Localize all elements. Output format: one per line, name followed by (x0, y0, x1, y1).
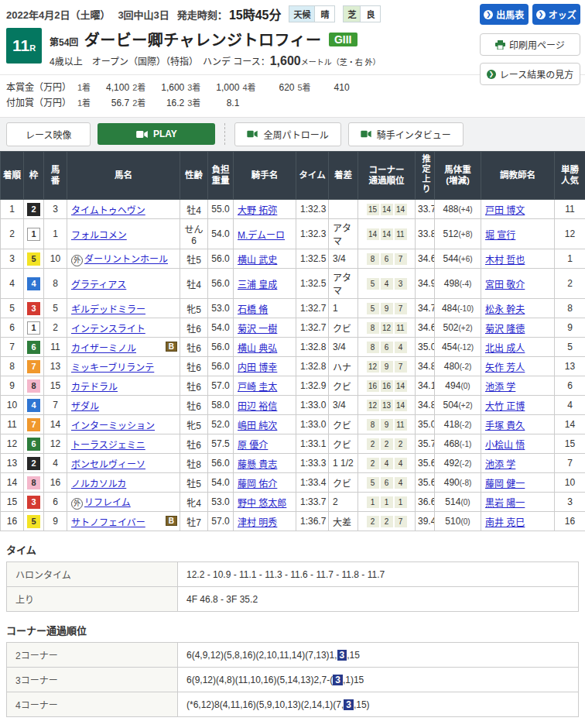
jockey-link[interactable]: 内田 博幸 (238, 362, 277, 373)
race-entries-button[interactable]: ❯ 出馬表 (480, 4, 529, 25)
track-condition-badge: 芝 良 (343, 5, 381, 22)
corner-row-value: 6(9,12)(4,8)(11,10,16)(5,14,13)2,7-(3,1)… (178, 668, 579, 692)
jockey-link[interactable]: 横山 典弘 (238, 343, 277, 354)
trainer-link[interactable]: 堀 宣行 (485, 230, 515, 241)
trainer-cell: 黒岩 陽一 (481, 493, 555, 512)
grade-badge: GIII (329, 33, 358, 46)
corner-position: 11 (395, 228, 407, 240)
finish-position: 4 (1, 269, 24, 299)
trainer-link[interactable]: 黒岩 陽一 (485, 498, 525, 509)
prize-main-items: 1着4,1002着1,6003着1,0004着6205着410 (77, 80, 353, 95)
horse-link[interactable]: ボンセルヴィーソ (71, 459, 145, 470)
horse-link[interactable]: ザダル (71, 401, 99, 412)
last3f-time: 34.9 (416, 269, 435, 299)
trainer-cell: 北出 成人 (481, 338, 555, 357)
prize-rank: 3着 (187, 81, 200, 95)
horse-link[interactable]: インターミッション (71, 421, 155, 431)
jockey-link[interactable]: 三浦 皇成 (238, 280, 277, 290)
jockey-link[interactable]: 田辺 裕信 (238, 401, 277, 412)
win-popularity: 3 (555, 493, 585, 512)
horse-link[interactable]: フォルコメン (71, 230, 127, 241)
corner-row-value: 6(4,9,12)(5,8,16)(2,10,11,14)(7,13)1,3,1… (178, 643, 579, 668)
jockey-link[interactable]: 野中 悠太郎 (238, 498, 286, 509)
patrol-video-button[interactable]: 全周パトロール (234, 122, 340, 146)
last3f-time: 34.7 (416, 299, 435, 318)
trainer-link[interactable]: 宮田 敬介 (485, 280, 525, 290)
horse-link[interactable]: グラティアス (71, 280, 126, 290)
horse-link[interactable]: リフレイム (84, 497, 131, 508)
race-video-label: レース映像 (6, 122, 91, 146)
jockey-link[interactable]: 藤懸 貴志 (238, 459, 277, 470)
corner-positions: 564 (358, 473, 416, 493)
horse-link[interactable]: カテドラル (71, 382, 118, 393)
trainer-link[interactable]: 池添 学 (485, 459, 515, 470)
race-title: ダービー卿チャレンジトロフィー (84, 32, 322, 49)
time-row-value: 4F 46.8 - 3F 35.2 (178, 587, 579, 612)
carried-weight: 55.0 (208, 200, 234, 219)
trainer-link[interactable]: 北出 成人 (485, 343, 525, 354)
trainer-link[interactable]: 大竹 正博 (485, 401, 525, 412)
result-row: 7611カイザーミノルB牡656.0横山 典弘1:32.83/486435.04… (1, 338, 585, 357)
jockey-link[interactable]: 菊沢 一樹 (238, 324, 277, 335)
trainer-link[interactable]: 戸田 博文 (485, 205, 525, 216)
jockey-link[interactable]: 原 優介 (238, 440, 268, 451)
trainer-link[interactable]: 南井 克巳 (485, 517, 525, 528)
bracket-cell: 3 (24, 299, 44, 318)
trainer-link[interactable]: 木村 哲也 (485, 255, 525, 266)
bracket-badge: 6 (27, 438, 40, 451)
horse-link[interactable]: ノルカソルカ (71, 479, 126, 489)
horse-number: 5 (44, 299, 67, 318)
margin: クビ (329, 318, 358, 338)
jockey-interview-button[interactable]: 騎手インタビュー (348, 122, 464, 146)
horse-weight-cell: 468(-1) (435, 434, 481, 454)
horse-link[interactable]: ギルデッドミラー (71, 304, 145, 315)
results-guide-button[interactable]: ❯ レース結果の見方 (480, 63, 580, 85)
horse-weight-diff: (+8) (458, 230, 472, 239)
corner-row: 2コーナー6(4,9,12)(5,8,16)(2,10,11,14)(7,13)… (7, 643, 579, 668)
results-guide-label: レース結果の見方 (500, 67, 573, 81)
sex-age: 牡4 (180, 200, 208, 219)
jockey-link[interactable]: 石橋 脩 (238, 304, 268, 315)
jockey-link[interactable]: 戸崎 圭太 (238, 382, 277, 393)
corner-position: 8 (367, 322, 379, 334)
print-button[interactable]: 印刷用ページ (480, 33, 580, 56)
jockey-link[interactable]: 横山 武史 (238, 255, 277, 266)
last3f-time: 35.0 (416, 415, 435, 434)
horse-link[interactable]: カイザーミノル (71, 343, 136, 354)
jockey-link[interactable]: 嶋田 純次 (238, 421, 277, 431)
horse-link[interactable]: トーラスジェミニ (71, 440, 145, 451)
trainer-link[interactable]: 手塚 貴久 (485, 421, 525, 431)
horse-link[interactable]: サトノフェイバー (71, 517, 145, 528)
horse-link[interactable]: インテンスライト (71, 324, 145, 335)
corner-position: 11 (395, 419, 407, 431)
trainer-link[interactable]: 小桧山 悟 (485, 440, 525, 451)
trainer-link[interactable]: 池添 学 (485, 382, 515, 393)
prize-value: 16.2 (149, 95, 184, 111)
trainer-link[interactable]: 菊沢 隆徳 (485, 324, 525, 335)
trainer-cell: 南井 克巳 (481, 512, 555, 531)
trainer-link[interactable]: 藤岡 健一 (485, 479, 525, 489)
jockey-link[interactable]: 津村 明秀 (238, 517, 277, 528)
jockey-link[interactable]: 藤岡 佑介 (238, 479, 277, 489)
play-button[interactable]: PLAY (98, 123, 215, 145)
horse-link[interactable]: ダーリントンホール (84, 254, 168, 265)
corner-row: 4コーナー(*6,12)8(4,11,16)(5,9,10,13)(2,14,1… (7, 692, 579, 717)
finish-position: 6 (1, 318, 24, 338)
last3f-time: 35.6 (416, 454, 435, 473)
trainer-link[interactable]: 松永 幹夫 (485, 304, 525, 315)
trainer-cell: 池添 学 (481, 454, 555, 473)
odds-button[interactable]: ❯ オッズ (532, 4, 581, 25)
sex-age: 牝5 (180, 299, 208, 318)
bracket-badge: 2 (27, 203, 40, 216)
jockey-link[interactable]: M.デムーロ (238, 230, 285, 241)
horse-name-cell: 外ダーリントンホール (67, 249, 180, 269)
horse-link[interactable]: タイムトゥヘヴン (71, 205, 145, 216)
horse-link[interactable]: ミッキーブリランテ (71, 362, 154, 373)
prize-value: 410 (314, 80, 350, 95)
prize-rank: 1着 (77, 96, 91, 111)
jockey-link[interactable]: 大野 拓弥 (238, 205, 277, 216)
carried-weight: 56.0 (208, 357, 234, 376)
trainer-link[interactable]: 矢作 芳人 (485, 362, 525, 373)
arrow-circle-icon: ❯ (484, 10, 493, 19)
bracket-cell: 1 (24, 219, 44, 249)
